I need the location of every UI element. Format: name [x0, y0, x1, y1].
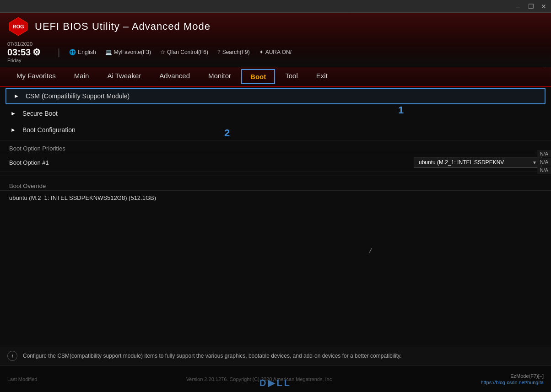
right-label-3: N/A: [537, 166, 551, 174]
nav-tool-label: Tool: [285, 72, 298, 80]
rog-logo: ROG: [7, 16, 29, 37]
boot-option-1-label: Boot Option #1: [9, 159, 49, 166]
header-top: ROG UEFI BIOS Utility – Advanced Mode: [7, 16, 544, 37]
dell-logo: D▶LL: [259, 377, 292, 388]
nav-monitor-label: Monitor: [208, 72, 231, 80]
boot-option-1-value: ubuntu (M.2_1: INTEL SSDPEKNV: [419, 159, 504, 166]
toolbar-separator: |: [58, 47, 60, 58]
secure-boot-item[interactable]: ► Secure Boot: [0, 105, 551, 122]
date-display: 07/31/2020: [7, 41, 49, 47]
aura-icon: ✦: [259, 49, 264, 55]
right-label-2: N/A: [537, 158, 551, 166]
time-display: 03:53 ⚙: [7, 47, 49, 58]
nav-boot[interactable]: Boot: [241, 69, 275, 84]
csm-arrow-icon: ►: [14, 93, 19, 99]
qfan-label: Qfan Control(F6): [167, 49, 208, 55]
right-labels: N/A N/A N/A: [537, 150, 551, 174]
footer-last-modified: Last Modified: [7, 376, 37, 382]
boot-override-header: Boot Override: [0, 180, 551, 191]
help-text: Configure the CSM(compatibility support …: [23, 352, 402, 360]
search-button[interactable]: ? Search(F9): [217, 49, 250, 55]
nav-exit[interactable]: Exit: [307, 67, 337, 86]
nav-tool[interactable]: Tool: [276, 67, 307, 86]
qfan-button[interactable]: ☆ Qfan Control(F6): [160, 49, 208, 55]
close-button[interactable]: ✕: [540, 3, 547, 10]
toolbar-row: 07/31/2020 03:53 ⚙ Friday | 🌐 English 💻 …: [7, 39, 544, 67]
language-button[interactable]: 🌐 English: [69, 49, 96, 55]
boot-config-item[interactable]: ► Boot Configuration: [0, 122, 551, 138]
nav-main[interactable]: Main: [65, 67, 98, 86]
boot-priorities-header: Boot Option Priorities: [0, 142, 551, 153]
csm-label: CSM (Compatibility Support Module): [26, 92, 130, 100]
help-icon: i: [7, 351, 17, 361]
aura-button[interactable]: ✦ AURA ON/: [259, 49, 292, 55]
csm-item[interactable]: ► CSM (Compatibility Support Module): [5, 88, 546, 104]
secure-boot-label: Secure Boot: [22, 110, 58, 117]
window-chrome: – ❐ ✕: [0, 0, 551, 13]
minimize-button[interactable]: –: [514, 3, 522, 10]
right-label-1: N/A: [537, 150, 551, 157]
day-display: Friday: [7, 58, 49, 63]
boot-option-1-dropdown[interactable]: ubuntu (M.2_1: INTEL SSDPEKNV ▼: [414, 157, 542, 168]
svg-text:ROG: ROG: [12, 24, 24, 29]
bios-container: ROG UEFI BIOS Utility – Advanced Mode 07…: [0, 13, 551, 392]
nav-my-favorites[interactable]: My Favorites: [7, 67, 65, 86]
datetime-area: 07/31/2020 03:53 ⚙ Friday: [7, 41, 49, 63]
boot-option-1-row: Boot Option #1 ubuntu (M.2_1: INTEL SSDP…: [0, 153, 551, 172]
myfavorite-label: MyFavorite(F3): [114, 49, 151, 55]
footer-right: EzMode(F7)[–] https://blog.csdn.net/hung…: [481, 373, 544, 385]
footer-ezmode[interactable]: EzMode(F7)[–]: [510, 373, 544, 379]
nav-boot-label: Boot: [250, 73, 266, 81]
annotation-2: 2: [224, 127, 230, 139]
nav-ai-tweaker[interactable]: Ai Tweaker: [98, 67, 150, 86]
boot-config-label: Boot Configuration: [22, 126, 76, 134]
dropdown-arrow-icon: ▼: [532, 160, 537, 165]
search-label: Search(F9): [222, 49, 250, 55]
nav-advanced-label: Advanced: [159, 72, 190, 80]
aura-label: AURA ON/: [265, 49, 292, 55]
boot-override-ubuntu-label: ubuntu (M.2_1: INTEL SSDPEKNWS512G8) (51…: [9, 194, 156, 201]
nav-advanced[interactable]: Advanced: [150, 67, 199, 86]
search-icon: ?: [217, 49, 221, 55]
fan-icon: ☆: [160, 49, 165, 55]
myfavorite-button[interactable]: 💻 MyFavorite(F3): [105, 49, 151, 55]
footer-version: Version 2.20.1276. Copyright (C) 2020 Am…: [186, 376, 332, 382]
globe-icon: 🌐: [69, 49, 76, 55]
help-area: i Configure the CSM(compatibility suppor…: [0, 347, 551, 365]
nav-exit-label: Exit: [316, 72, 328, 80]
annotation-1: 1: [398, 104, 404, 116]
secure-boot-arrow-icon: ►: [11, 110, 16, 117]
nav-main-label: Main: [74, 72, 89, 80]
restore-button[interactable]: ❐: [527, 3, 535, 10]
bios-title: UEFI BIOS Utility – Advanced Mode: [35, 21, 211, 32]
header-bar: ROG UEFI BIOS Utility – Advanced Mode 07…: [0, 13, 551, 67]
content-area: ► CSM (Compatibility Support Module) ► S…: [0, 88, 551, 271]
footer-csdn-link[interactable]: https://blog.csdn.net/hungita: [481, 380, 544, 385]
nav-monitor[interactable]: Monitor: [199, 67, 240, 86]
myfavorite-icon: 💻: [105, 49, 112, 55]
nav-my-favorites-label: My Favorites: [16, 72, 56, 80]
nav-menu: My Favorites Main Ai Tweaker Advanced Mo…: [0, 67, 551, 87]
boot-config-arrow-icon: ►: [11, 127, 16, 133]
nav-ai-tweaker-label: Ai Tweaker: [107, 72, 141, 80]
boot-override-ubuntu[interactable]: ubuntu (M.2_1: INTEL SSDPEKNWS512G8) (51…: [0, 191, 551, 205]
language-label: English: [78, 49, 96, 55]
